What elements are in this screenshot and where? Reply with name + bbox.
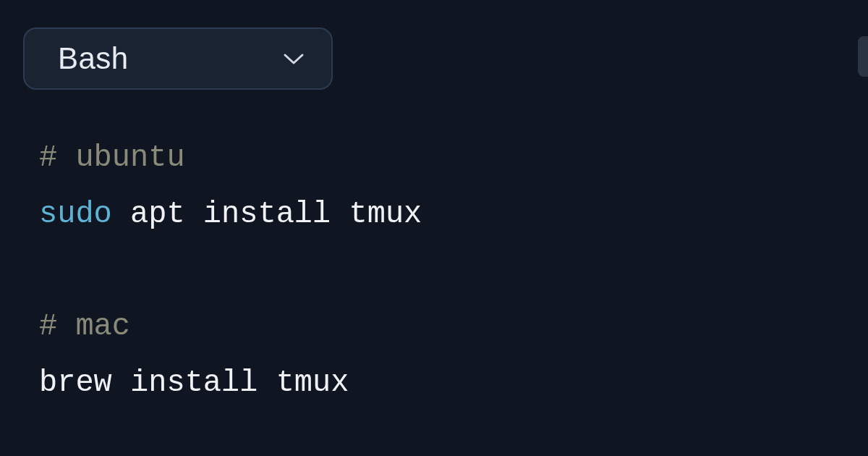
plain-text: apt install tmux [112, 197, 422, 232]
comment-text: # ubuntu [39, 140, 185, 175]
language-selector-label: Bash [58, 41, 129, 76]
comment-text: # mac [39, 309, 130, 344]
chevron-down-icon [282, 51, 305, 66]
blank-line [39, 242, 422, 299]
language-selector-dropdown[interactable]: Bash [23, 28, 333, 90]
scrollbar-thumb[interactable] [858, 36, 868, 77]
plain-text: brew install tmux [39, 366, 349, 400]
code-line-comment-ubuntu: # ubuntu [39, 130, 422, 187]
keyword-sudo: sudo [39, 197, 112, 232]
code-line-mac-install: brew install tmux [39, 355, 422, 412]
code-line-comment-mac: # mac [39, 299, 422, 355]
code-line-ubuntu-install: sudo apt install tmux [39, 187, 422, 243]
code-block: # ubuntu sudo apt install tmux # mac bre… [39, 130, 422, 412]
